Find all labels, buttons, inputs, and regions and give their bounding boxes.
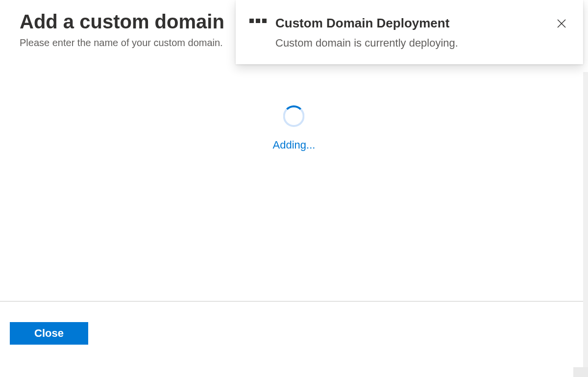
notification-toast: Custom Domain Deployment Custom domain i…: [236, 0, 583, 64]
toast-title: Custom Domain Deployment: [275, 16, 545, 31]
toast-close-button[interactable]: [554, 16, 569, 31]
deployment-icon: [249, 19, 267, 23]
toast-message: Custom domain is currently deploying.: [275, 37, 545, 50]
close-button[interactable]: Close: [10, 322, 88, 345]
loading-status: Adding...: [273, 105, 316, 151]
footer: Close: [0, 301, 583, 345]
add-custom-domain-panel: Add a custom domain Please enter the nam…: [0, 0, 588, 377]
scrollbar-corner: [573, 367, 588, 377]
spinner-icon: [283, 105, 305, 127]
close-icon: [556, 18, 567, 29]
scrollbar[interactable]: [583, 72, 588, 367]
status-text: Adding...: [273, 139, 316, 151]
toast-content: Custom Domain Deployment Custom domain i…: [275, 16, 545, 50]
